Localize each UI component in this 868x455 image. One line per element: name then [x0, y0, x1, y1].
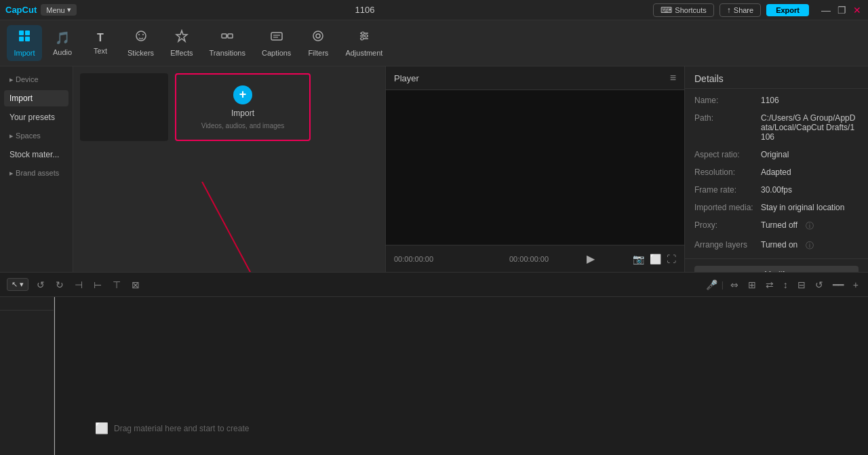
player-snapshot-button[interactable]: 📷 — [633, 254, 644, 264]
toolbar-transitions-label: Transitions — [210, 49, 245, 57]
toolbar-audio[interactable]: 🎵 Audio — [45, 26, 80, 60]
sidebar-brand-assets-header[interactable]: ▸ Brand assets — [4, 165, 68, 181]
timeline-split1[interactable]: ⊣ — [72, 278, 85, 292]
tl-tool-2[interactable]: ⊞ — [745, 278, 759, 292]
proxy-info-icon[interactable]: ⓘ — [806, 220, 814, 232]
toolbar-effects[interactable]: Effects — [163, 25, 199, 61]
detail-row-framerate: Frame rate: 30.00fps — [694, 185, 859, 195]
sidebar-device-header[interactable]: ▸ Device — [4, 72, 68, 87]
player-play-button[interactable]: ▶ — [587, 252, 595, 265]
toolbar-filters[interactable]: Filters — [300, 25, 336, 61]
detail-path-label: Path: — [694, 113, 755, 123]
detail-imported-label: Imported media: — [694, 203, 755, 212]
detail-arrange-label: Arrange layers — [694, 240, 755, 250]
tl-zoom-in[interactable]: + — [850, 278, 861, 292]
audio-icon: 🎵 — [55, 31, 70, 45]
svg-point-13 — [313, 31, 323, 41]
menu-button[interactable]: Menu ▾ — [41, 4, 77, 16]
svg-rect-8 — [222, 34, 226, 38]
media-thumbnail — [80, 73, 168, 141]
svg-rect-9 — [228, 34, 233, 38]
toolbar-stickers[interactable]: Stickers — [121, 25, 161, 61]
toolbar-adjustment[interactable]: Adjustment — [338, 25, 389, 61]
tl-zoom-bar[interactable]: ━━ — [830, 278, 846, 292]
details-body: Name: 1106 Path: C:/Users/G A Group/AppD… — [685, 89, 868, 258]
timeline-tracks: ⬜ Drag material here and start to create — [54, 297, 868, 455]
timeline-split3[interactable]: ⊤ — [110, 278, 123, 292]
minimize-button[interactable]: — — [820, 5, 832, 16]
tl-tool-5[interactable]: ⊟ — [795, 278, 808, 292]
main-area: ▸ Device Import Your presets ▸ Spaces St… — [0, 66, 868, 272]
svg-rect-2 — [19, 37, 24, 41]
svg-rect-0 — [19, 31, 24, 35]
player-fit-button[interactable]: ⬜ — [650, 254, 661, 264]
detail-row-proxy: Proxy: Turned off ⓘ — [694, 220, 859, 232]
sidebar-import[interactable]: Import — [4, 90, 68, 106]
transitions-icon — [220, 29, 234, 46]
player-menu-icon[interactable]: ≡ — [670, 72, 676, 84]
restore-button[interactable]: ❐ — [836, 5, 848, 16]
timeline-cursor-select[interactable]: ↖ ▾ — [7, 278, 28, 291]
sidebar-stock[interactable]: Stock mater... — [4, 146, 68, 163]
player-right-buttons: 📷 ⬜ ⛶ — [633, 254, 676, 264]
toolbar-effects-label: Effects — [170, 49, 193, 57]
project-name: 1106 — [355, 5, 375, 15]
toolbar-transitions[interactable]: Transitions — [203, 25, 252, 61]
player-controls: 00:00:00:00 00:00:00:00 ▶ 📷 ⬜ ⛶ — [386, 245, 684, 272]
tl-tool-4[interactable]: ↕ — [781, 278, 791, 292]
arrange-info-icon[interactable]: ⓘ — [806, 240, 814, 252]
filters-icon — [311, 29, 325, 46]
detail-proxy-label: Proxy: — [694, 220, 755, 230]
adjustment-icon — [357, 29, 371, 46]
close-button[interactable]: ✕ — [852, 5, 863, 16]
toolbar-adjustment-label: Adjustment — [345, 49, 382, 57]
detail-arrange-value: Turned on — [761, 240, 797, 250]
svg-marker-7 — [176, 31, 187, 41]
player-fullscreen-button[interactable]: ⛶ — [667, 254, 676, 264]
toolbar-audio-label: Audio — [53, 48, 72, 56]
svg-point-14 — [316, 34, 320, 38]
timeline-delete[interactable]: ⊠ — [129, 278, 142, 292]
sidebar: ▸ Device Import Your presets ▸ Spaces St… — [0, 66, 73, 272]
tl-tool-3[interactable]: ⇄ — [763, 278, 776, 292]
player-time-start: 00:00:00:00 — [394, 255, 433, 263]
player-header: Player ≡ — [386, 66, 684, 90]
toolbar-text[interactable]: T Text — [83, 28, 118, 59]
timeline-playhead — [54, 297, 55, 455]
detail-aspect-label: Aspect ratio: — [694, 150, 755, 159]
toolbar-captions[interactable]: Captions — [255, 25, 298, 61]
detail-name-label: Name: — [694, 96, 755, 105]
import-dropzone[interactable]: + Import Videos, audios, and images — [175, 73, 311, 141]
svg-rect-3 — [25, 37, 30, 41]
detail-aspect-value: Original — [761, 150, 789, 159]
detail-row-name: Name: 1106 — [694, 96, 859, 105]
mic-icon[interactable]: 🎤 — [706, 279, 717, 290]
tl-tool-6[interactable]: ↺ — [812, 278, 826, 292]
import-label: Import — [231, 108, 254, 118]
timeline-body: ⬜ Drag material here and start to create — [0, 297, 868, 455]
import-plus-icon: + — [233, 85, 252, 104]
toolbar-import[interactable]: Import — [7, 25, 42, 61]
timeline-undo[interactable]: ↺ — [34, 278, 47, 292]
detail-proxy-value: Turned off — [761, 220, 797, 230]
sidebar-your-presets[interactable]: Your presets — [4, 109, 68, 125]
window-controls: — ❐ ✕ — [820, 5, 863, 16]
detail-resolution-label: Resolution: — [694, 167, 755, 177]
media-panel: + Import Videos, audios, and images — [73, 66, 385, 272]
red-arrow — [168, 182, 304, 272]
import-icon — [18, 29, 31, 46]
sidebar-spaces-header[interactable]: ▸ Spaces — [4, 128, 68, 144]
timeline-redo[interactable]: ↻ — [53, 278, 66, 292]
share-button[interactable]: ↑ Share — [719, 3, 761, 17]
cursor-chevron: ▾ — [20, 280, 24, 289]
toolbar-filters-label: Filters — [308, 49, 328, 57]
tl-tool-1[interactable]: ⇔ — [728, 278, 741, 292]
export-button[interactable]: Export — [766, 4, 809, 16]
drag-hint-text: Drag material here and start to create — [114, 424, 249, 433]
modify-button[interactable]: Modify — [694, 266, 859, 272]
drag-hint: ⬜ Drag material here and start to create — [95, 422, 249, 435]
timeline-split2[interactable]: ⊢ — [91, 278, 104, 292]
shortcuts-button[interactable]: ⌨ Shortcuts — [653, 3, 713, 17]
toolbar-import-label: Import — [14, 49, 35, 57]
details-panel: Details Name: 1106 Path: C:/Users/G A Gr… — [685, 66, 868, 272]
